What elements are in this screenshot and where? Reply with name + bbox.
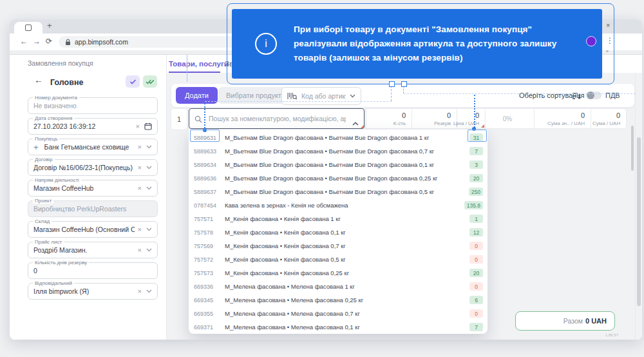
page-title: Замовлення покупця: [28, 59, 93, 67]
vat-toggle[interactable]: [587, 92, 601, 99]
field-icons: ×: [135, 144, 152, 151]
stock-badge: 250: [469, 188, 483, 196]
sidebar-field[interactable]: Склад Магазин CoffeeHub (Основний Склад)…: [28, 221, 158, 238]
sidebar-field[interactable]: Проект Виробництво PerkUpRoasters: [28, 200, 158, 217]
product-list-item[interactable]: 669336 М_Мелена фасована • Мелена фасова…: [189, 280, 488, 293]
product-list-item[interactable]: 757573 М_Кенія фасована • Кенія фасована…: [189, 266, 488, 280]
stock-badge: 0: [469, 282, 483, 291]
product-sku: 757578: [194, 229, 221, 236]
back-arrow-icon[interactable]: ←: [34, 75, 43, 85]
forward-icon[interactable]: →: [33, 37, 41, 46]
sidebar-field[interactable]: Прайс лист Роздріб Магазин. ×: [28, 242, 158, 258]
value-cell[interactable]: 0 Ціна / UAH: [457, 108, 486, 129]
sidebar-field[interactable]: Відповідальний Ілля bimpwork (Я) ×: [28, 283, 158, 300]
screenshot-backdrop: + × ← → ⟳ app.bimpsoft.com ⋮ » Замовленн…: [0, 0, 644, 357]
product-name: М_Кенія фасована • Кенія фасована 0,1 кг: [225, 229, 469, 236]
value-cell[interactable]: 0 Резерв: [412, 108, 457, 129]
tab-goods-services[interactable]: Товари, послуги: [169, 60, 229, 68]
page-scrollbar-thumb[interactable]: [637, 137, 641, 306]
field-label: Склад: [33, 218, 52, 224]
clear-icon[interactable]: ×: [136, 123, 140, 130]
product-list-item[interactable]: 5889637 М_Вьетнам Blue Dragon фасована •…: [189, 185, 488, 198]
clear-icon[interactable]: ×: [138, 185, 142, 192]
product-list-item[interactable]: 757569 М_Кенія фасована • Кенія фасована…: [189, 239, 488, 253]
new-tab-button[interactable]: +: [47, 21, 52, 30]
value-cell[interactable]: 0 Сума зн.. / UAH: [535, 108, 591, 129]
cell-label: К-сть: [393, 121, 406, 126]
product-name: М_Мелена фасована • Мелена фасована 0,1 …: [225, 323, 469, 331]
lock-icon: [65, 39, 71, 46]
product-sku: 5889634: [194, 162, 221, 168]
product-name: М_Вьетнам Blue Dragon фасована • Вьетнам…: [225, 188, 469, 195]
field-label: Напрям діяльності: [33, 177, 81, 183]
sort-icon[interactable]: [572, 91, 582, 102]
chevron-down-icon[interactable]: [146, 248, 152, 252]
product-sku: 669336: [194, 284, 221, 290]
stock-badge: 0: [469, 309, 483, 318]
field-value: 27.10.2023 16:39:12: [33, 122, 95, 130]
field-value: Виробництво PerkUpRoasters: [33, 205, 126, 213]
clear-icon[interactable]: ×: [138, 288, 142, 295]
product-list-item[interactable]: 757572 М_Кенія фасована • Кенія фасована…: [189, 253, 488, 266]
total-value: 0 UAH: [585, 317, 607, 325]
product-list-item[interactable]: 757578 М_Кенія фасована • Кенія фасована…: [189, 226, 488, 239]
value-cell[interactable]: 0 К-сть: [366, 108, 412, 129]
clear-icon[interactable]: ×: [138, 164, 142, 171]
sidebar-field[interactable]: Напрям діяльності Магазин CoffeeHub ×: [28, 180, 158, 197]
chevron-down-icon[interactable]: [146, 289, 152, 293]
cell-label: Сума / UAH: [592, 121, 620, 126]
product-list-item[interactable]: 5889636 М_Вьетнам Blue Dragon фасована •…: [189, 171, 488, 185]
release-note-banner: i При виборі товару в документі "Замовле…: [232, 9, 602, 79]
product-sku: 669371: [194, 324, 221, 331]
profile-avatar[interactable]: [586, 36, 596, 46]
row-number: 1: [171, 108, 187, 130]
calendar-icon[interactable]: [144, 122, 152, 130]
product-list-item[interactable]: 669371 М_Мелена фасована • Мелена фасова…: [189, 320, 488, 334]
product-sku: 5889636: [194, 175, 221, 182]
clear-icon[interactable]: ×: [138, 144, 142, 151]
page-scrollbar-track[interactable]: [635, 73, 642, 340]
product-list-item[interactable]: 5889633 М_Вьетнам Blue Dragon фасована •…: [189, 144, 488, 158]
field-label: Номер документа: [33, 95, 79, 101]
chevron-down-icon[interactable]: [146, 145, 152, 149]
plus-icon[interactable]: +: [33, 142, 39, 152]
product-list-item[interactable]: 669355 М_Мелена фасована • Мелена фасова…: [189, 307, 488, 320]
product-list-item[interactable]: 669345 М_Мелена фасована • Мелена фасова…: [189, 293, 488, 307]
release-note-text: При виборі товару в документі "Замовленн…: [294, 23, 576, 65]
sidebar-field[interactable]: Дата створення 27.10.2023 16:39:12 ×: [28, 118, 158, 135]
value-cell[interactable]: 0%: [486, 108, 535, 129]
confirm-double-check-button[interactable]: [143, 75, 157, 88]
save-check-button[interactable]: [126, 75, 140, 88]
chevron-down-icon[interactable]: [146, 186, 152, 190]
cell-value: 0: [402, 111, 406, 119]
field-label: Договір: [33, 157, 55, 162]
vat-label: ПДВ: [605, 92, 620, 99]
back-icon[interactable]: ←: [20, 37, 28, 46]
reload-icon[interactable]: ⟳: [46, 37, 52, 46]
sidebar-field[interactable]: Номер документа Не визначено: [28, 97, 158, 114]
double-check-icon: [146, 79, 155, 84]
chevron-up-icon[interactable]: [352, 117, 359, 128]
code-or-sku-select[interactable]: Код або артикул: [281, 87, 361, 105]
clear-icon[interactable]: ×: [138, 226, 142, 233]
sidebar-field[interactable]: Кількість днів резерву 0: [28, 262, 158, 279]
product-list-item[interactable]: 0787454 Кава зелена в зернах - Кенія не …: [189, 198, 488, 212]
clear-icon[interactable]: ×: [138, 247, 142, 254]
field-icons: ×: [135, 247, 152, 254]
product-list-item[interactable]: 5889631 М_Вьетнам Blue Dragon фасована •…: [189, 131, 488, 144]
app-version: 1.86.57: [580, 333, 618, 337]
cell-value: 0: [581, 111, 585, 119]
dropdown-scrollbar-thumb[interactable]: [631, 126, 634, 171]
chevron-down-icon[interactable]: [146, 166, 152, 169]
browser-tab[interactable]: [14, 22, 43, 34]
annotation-handle: [401, 81, 407, 87]
product-list-item[interactable]: 5889634 М_Вьетнам Blue Dragon фасована •…: [189, 158, 488, 171]
chevron-down-icon[interactable]: [146, 227, 152, 231]
product-search-input[interactable]: [189, 108, 365, 129]
sidebar-field[interactable]: Покупець + Банк Гетьманське сховище ×: [28, 139, 158, 155]
value-cell[interactable]: 0 Сума / UAH: [591, 108, 627, 129]
product-sku: 5889633: [194, 148, 221, 155]
sidebar-field[interactable]: Договір Договір №16/06/23-1(Покупець) ×: [28, 159, 158, 176]
product-list-item[interactable]: 757571 М_Кенія фасована • Кенія фасована…: [189, 212, 488, 226]
badge-highlight-box: [468, 130, 487, 142]
